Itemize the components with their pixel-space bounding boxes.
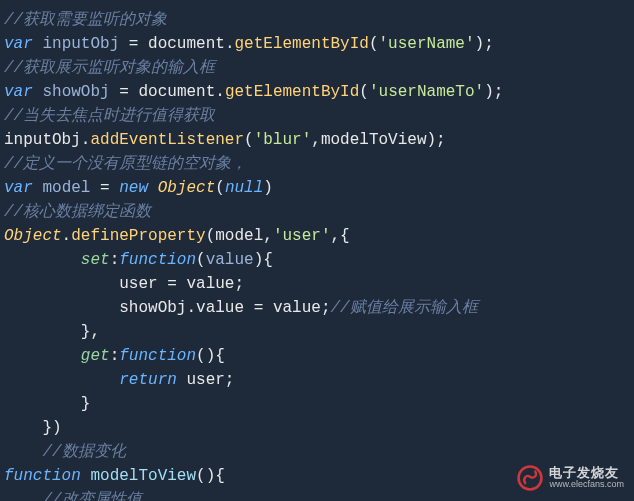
code-token-ident: model xyxy=(215,227,263,245)
code-token-punct: }, xyxy=(81,323,100,341)
watermark-text: 电子发烧友 www.elecfans.com xyxy=(549,466,624,489)
watermark-url: www.elecfans.com xyxy=(549,480,624,489)
code-token-punct: ,{ xyxy=(330,227,349,245)
code-token-punct: = xyxy=(167,275,177,293)
code-line: } xyxy=(4,392,630,416)
code-token-ident: modelToView xyxy=(321,131,427,149)
code-token-ident xyxy=(138,35,148,53)
code-token-punct: ( xyxy=(196,251,206,269)
code-line: user = value; xyxy=(4,272,630,296)
code-token-new: new xyxy=(119,179,148,197)
code-token-punct: ( xyxy=(369,35,379,53)
code-line: //定义一个没有原型链的空对象， xyxy=(4,152,630,176)
code-token-punct: (){ xyxy=(196,467,225,485)
code-comment: //定义一个没有原型链的空对象， xyxy=(4,155,247,173)
code-editor: //获取需要监听的对象var inputObj = document.getEl… xyxy=(0,0,634,501)
code-token-varname: showObj xyxy=(42,83,109,101)
code-token-punct: = xyxy=(100,179,110,197)
code-token-ident xyxy=(33,83,43,101)
code-token-punct: = xyxy=(129,35,139,53)
code-token-punct: , xyxy=(263,227,273,245)
code-token-keyword: function xyxy=(119,347,196,365)
code-token-ident: value xyxy=(186,275,234,293)
code-comment: //获取展示监听对象的输入框 xyxy=(4,59,215,77)
code-token-ident xyxy=(81,467,91,485)
code-line: var showObj = document.getElementById('u… xyxy=(4,80,630,104)
code-token-punct: . xyxy=(62,227,72,245)
code-line: Object.defineProperty(model,'user',{ xyxy=(4,224,630,248)
code-token-prop: set xyxy=(81,251,110,269)
code-token-ident: user xyxy=(119,275,157,293)
code-token-ident xyxy=(110,179,120,197)
code-line: return user; xyxy=(4,368,630,392)
code-token-varname: inputObj xyxy=(42,35,119,53)
code-token-keyword: var xyxy=(4,35,33,53)
code-token-varname: model xyxy=(42,179,90,197)
code-token-punct: ( xyxy=(215,179,225,197)
code-token-punct: ); xyxy=(484,83,503,101)
code-token-ident xyxy=(90,179,100,197)
code-token-punct: = xyxy=(119,83,129,101)
code-token-punct: ; xyxy=(321,299,331,317)
code-token-ident: value xyxy=(273,299,321,317)
code-token-ident xyxy=(244,299,254,317)
code-token-keyword: var xyxy=(4,83,33,101)
code-token-punct: ( xyxy=(244,131,254,149)
code-token-keyword: function xyxy=(119,251,196,269)
code-comment: //核心数据绑定函数 xyxy=(4,203,151,221)
code-token-punct: ); xyxy=(475,35,494,53)
watermark-title: 电子发烧友 xyxy=(549,466,624,480)
code-token-ident: document xyxy=(148,35,225,53)
code-line: //数据变化 xyxy=(4,440,630,464)
code-token-ident: value xyxy=(196,299,244,317)
code-token-punct: } xyxy=(81,395,91,413)
code-token-null: null xyxy=(225,179,263,197)
code-line: //当失去焦点时进行值得获取 xyxy=(4,104,630,128)
code-line: //获取展示监听对象的输入框 xyxy=(4,56,630,80)
code-token-keyword: return xyxy=(119,371,177,389)
code-line: showObj.value = value;//赋值给展示输入框 xyxy=(4,296,630,320)
code-line: //获取需要监听的对象 xyxy=(4,8,630,32)
code-token-ident xyxy=(110,83,120,101)
code-token-ident xyxy=(263,299,273,317)
code-token-ident xyxy=(119,35,129,53)
code-comment: //当失去焦点时进行值得获取 xyxy=(4,107,215,125)
code-line: get:function(){ xyxy=(4,344,630,368)
code-token-ident xyxy=(177,275,187,293)
watermark: 电子发烧友 www.elecfans.com xyxy=(517,465,624,491)
watermark-logo-icon xyxy=(517,465,543,491)
code-token-string: 'userNameTo' xyxy=(369,83,484,101)
code-token-string: 'user' xyxy=(273,227,331,245)
code-token-ident xyxy=(33,35,43,53)
code-token-punct: (){ xyxy=(196,347,225,365)
code-token-ident: inputObj xyxy=(4,131,81,149)
code-token-punct: }) xyxy=(42,419,61,437)
code-comment: //数据变化 xyxy=(42,443,125,461)
code-token-punct: ( xyxy=(359,83,369,101)
code-token-method: getElementById xyxy=(225,83,359,101)
code-token-ident xyxy=(177,371,187,389)
code-token-method: addEventListener xyxy=(90,131,244,149)
code-token-keyword: function xyxy=(4,467,81,485)
code-token-comment: //赋值给展示输入框 xyxy=(331,299,478,317)
code-token-punct: ; xyxy=(225,371,235,389)
code-token-ident xyxy=(158,275,168,293)
code-line: //核心数据绑定函数 xyxy=(4,200,630,224)
code-token-punct: . xyxy=(215,83,225,101)
code-token-string: 'blur' xyxy=(254,131,312,149)
code-token-punct: : xyxy=(110,347,120,365)
code-token-varname: value xyxy=(206,251,254,269)
code-token-func: modelToView xyxy=(90,467,196,485)
code-token-string: 'userName' xyxy=(379,35,475,53)
code-token-punct: ; xyxy=(234,275,244,293)
code-line: var inputObj = document.getElementById('… xyxy=(4,32,630,56)
code-token-punct: ( xyxy=(206,227,216,245)
code-line: }) xyxy=(4,416,630,440)
code-comment: //获取需要监听的对象 xyxy=(4,11,167,29)
code-token-punct: = xyxy=(254,299,264,317)
code-token-ident: showObj xyxy=(119,299,186,317)
code-token-punct: . xyxy=(186,299,196,317)
code-token-ident xyxy=(148,179,158,197)
code-token-ident: user xyxy=(186,371,224,389)
code-line: }, xyxy=(4,320,630,344)
